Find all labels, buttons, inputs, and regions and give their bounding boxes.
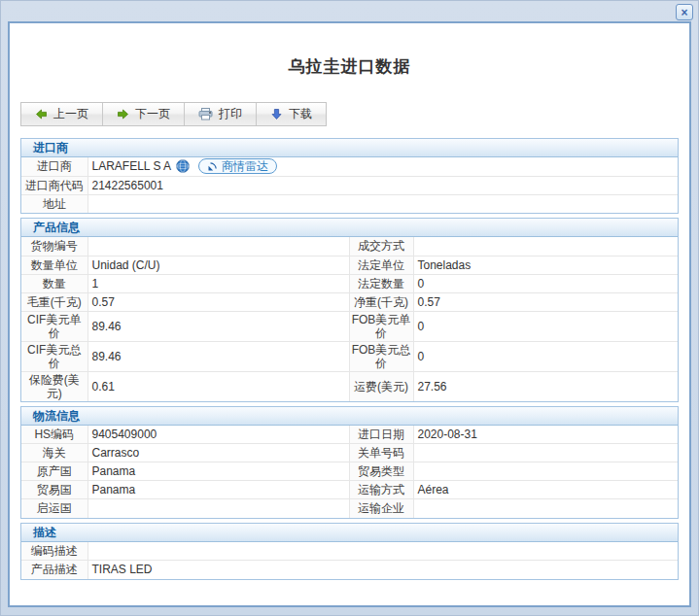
field-label: 海关 xyxy=(21,444,87,462)
field-value: Carrasco xyxy=(87,444,349,462)
table-row: 海关 Carrasco 关单号码 xyxy=(21,444,678,462)
table-row: 贸易国 Panama 运输方式 Aérea xyxy=(21,481,678,499)
download-label: 下载 xyxy=(289,106,312,122)
sections: 进口商 进口商 LARAFELL S A xyxy=(20,138,679,580)
field-value: 0.61 xyxy=(87,371,349,401)
importer-section-header: 进口商 xyxy=(21,139,678,157)
importer-table: 进口商 LARAFELL S A xyxy=(21,157,678,213)
business-radar-label: 商情雷达 xyxy=(222,159,268,174)
field-value: Panama xyxy=(87,481,349,499)
field-value: Toneladas xyxy=(413,256,678,274)
arrow-down-icon xyxy=(270,108,283,120)
field-value xyxy=(413,462,678,481)
field-value xyxy=(87,194,678,213)
toolbar: 上一页 下一页 打印 xyxy=(20,102,327,126)
field-label: 法定单位 xyxy=(349,256,413,274)
table-row: 数量单位 Unidad (C/U) 法定单位 Toneladas xyxy=(21,256,678,274)
print-label: 打印 xyxy=(219,106,242,122)
field-value xyxy=(87,237,349,256)
field-label: 贸易类型 xyxy=(349,462,413,481)
product-section-header: 产品信息 xyxy=(21,219,678,237)
table-row: 货物编号 成交方式 xyxy=(21,237,678,256)
logistics-section-header: 物流信息 xyxy=(21,407,678,426)
field-value xyxy=(413,499,678,518)
field-label: FOB美元总价 xyxy=(349,341,413,371)
field-value: 27.56 xyxy=(413,371,678,401)
field-value: 2020-08-31 xyxy=(413,426,678,444)
logistics-table: HS编码 9405409000 进口日期 2020-08-31 海关 Carra… xyxy=(21,426,678,518)
field-label: HS编码 xyxy=(21,426,87,444)
field-value: 89.46 xyxy=(87,341,349,371)
radar-icon xyxy=(207,161,218,172)
dialog-panel: 乌拉圭进口数据 上一页 下一页 xyxy=(8,21,691,607)
field-label: 货物编号 xyxy=(21,237,87,256)
prev-page-button[interactable]: 上一页 xyxy=(21,103,102,125)
field-label: 地址 xyxy=(21,194,87,213)
table-row: CIF美元单价 89.46 FOB美元单价 0 xyxy=(21,311,678,341)
field-value: LARAFELL S A xyxy=(87,157,678,176)
product-table: 货物编号 成交方式 数量单位 Unidad (C/U) 法定单位 Tonelad… xyxy=(21,237,678,401)
field-value xyxy=(87,542,678,561)
field-label: FOB美元单价 xyxy=(349,311,413,341)
table-row: 启运国 运输企业 xyxy=(21,499,678,518)
table-row: 进口商代码 21422565001 xyxy=(21,176,678,194)
field-value: 0.57 xyxy=(87,292,349,311)
next-page-button[interactable]: 下一页 xyxy=(102,103,184,125)
field-value xyxy=(413,444,678,462)
field-value: 0.57 xyxy=(413,292,678,311)
field-value: 0 xyxy=(413,274,678,292)
field-label: 运费(美元) xyxy=(349,371,413,401)
page-title: 乌拉圭进口数据 xyxy=(10,55,689,78)
field-label: 成交方式 xyxy=(349,237,413,256)
prev-page-label: 上一页 xyxy=(53,106,88,122)
field-label: CIF美元总价 xyxy=(21,341,87,371)
table-row: 进口商 LARAFELL S A xyxy=(21,157,678,176)
field-value: 21422565001 xyxy=(87,176,678,194)
field-label: 保险费(美元) xyxy=(21,371,87,401)
field-label: 产品描述 xyxy=(21,561,87,579)
importer-section: 进口商 进口商 LARAFELL S A xyxy=(20,138,679,214)
field-value: 0 xyxy=(413,311,678,341)
dialog-frame: × 乌拉圭进口数据 上一页 下一页 xyxy=(0,0,699,616)
field-label: CIF美元单价 xyxy=(21,311,87,341)
field-value: 89.46 xyxy=(87,311,349,341)
business-radar-link[interactable]: 商情雷达 xyxy=(198,158,277,174)
description-section-header: 描述 xyxy=(21,524,678,542)
field-value xyxy=(87,499,349,518)
dialog-titlebar: × xyxy=(1,1,698,21)
table-row: 毛重(千克) 0.57 净重(千克) 0.57 xyxy=(21,292,678,311)
arrow-right-icon xyxy=(117,108,129,120)
field-value: TIRAS LED xyxy=(87,561,678,579)
field-label: 数量单位 xyxy=(21,256,87,274)
download-button[interactable]: 下载 xyxy=(256,103,326,125)
field-label: 贸易国 xyxy=(21,481,87,499)
table-row: 原产国 Panama 贸易类型 xyxy=(21,462,678,481)
field-label: 进口商代码 xyxy=(21,176,87,194)
field-label: 净重(千克) xyxy=(349,292,413,311)
field-label: 编码描述 xyxy=(21,542,87,561)
importer-name: LARAFELL S A xyxy=(92,159,172,173)
table-row: 数量 1 法定数量 0 xyxy=(21,274,678,292)
product-section: 产品信息 货物编号 成交方式 数量单位 Unidad (C/U) 法定单位 To… xyxy=(20,218,679,402)
field-label: 毛重(千克) xyxy=(21,292,87,311)
logistics-section: 物流信息 HS编码 9405409000 进口日期 2020-08-31 海关 … xyxy=(20,406,679,519)
globe-icon[interactable] xyxy=(176,159,190,173)
table-row: CIF美元总价 89.46 FOB美元总价 0 xyxy=(21,341,678,371)
print-button[interactable]: 打印 xyxy=(184,103,256,125)
field-label: 法定数量 xyxy=(349,274,413,292)
description-table: 编码描述 产品描述 TIRAS LED xyxy=(21,542,678,579)
field-label: 数量 xyxy=(21,274,87,292)
field-value: Panama xyxy=(87,462,349,481)
field-label: 启运国 xyxy=(21,499,87,518)
table-row: 产品描述 TIRAS LED xyxy=(21,561,678,579)
table-row: 地址 xyxy=(21,194,678,213)
field-value: Aérea xyxy=(413,481,678,499)
table-row: HS编码 9405409000 进口日期 2020-08-31 xyxy=(21,426,678,444)
field-value: 0 xyxy=(413,341,678,371)
field-label: 运输方式 xyxy=(349,481,413,499)
field-label: 进口日期 xyxy=(349,426,413,444)
field-label: 关单号码 xyxy=(349,444,413,462)
arrow-left-icon xyxy=(35,108,48,120)
close-button[interactable]: × xyxy=(676,4,693,20)
field-value: 1 xyxy=(87,274,349,292)
